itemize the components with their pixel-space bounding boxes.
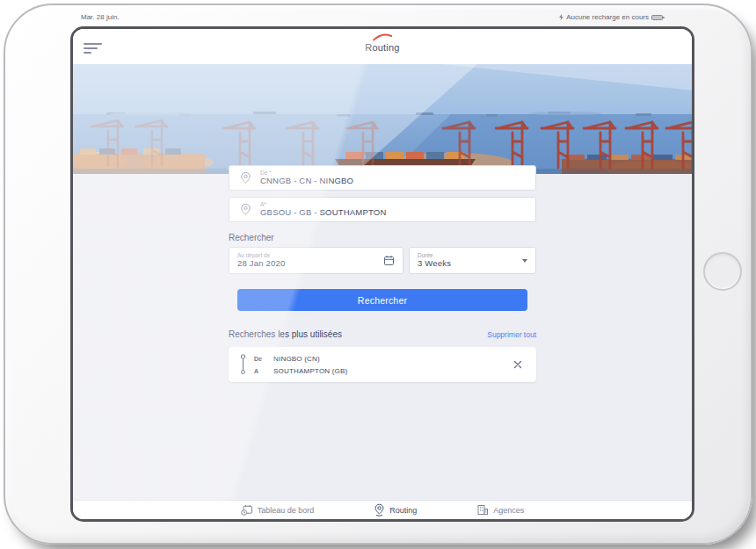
nav-label-routing: Routing	[389, 506, 417, 515]
recent-from-value: NINGBO (CN)	[273, 355, 320, 363]
nav-item-agencies[interactable]: Agences	[476, 504, 524, 516]
location-pin-icon	[240, 171, 251, 184]
building-icon	[476, 504, 489, 516]
recent-to-value: SOUTHAMPTON (GB)	[273, 367, 347, 375]
charging-bolt-icon	[559, 14, 563, 20]
battery-icon	[651, 15, 663, 20]
route-line-icon	[239, 353, 247, 376]
departure-date-field[interactable]: Au départ de 28 Jan 2020	[229, 247, 403, 274]
location-pin-icon	[240, 203, 251, 216]
dashboard-calendar-icon	[241, 504, 253, 516]
page-title: Routing	[73, 42, 692, 53]
status-bar-battery-area: Aucune recharge en cours	[559, 13, 663, 21]
status-battery-text: Aucune recharge en cours	[566, 13, 649, 21]
departure-date-value: 28 Jan 2020	[237, 259, 286, 269]
recent-to-label: A	[254, 368, 273, 374]
recent-search-item[interactable]: De NINGBO (CN) A SOUTHAMPTON (GB)	[229, 347, 536, 382]
bottom-navigation: Tableau de bord Routing	[73, 500, 692, 519]
red-swoosh-logo	[371, 33, 394, 41]
origin-field[interactable]: De * CNNGB - CN - NINGBO	[229, 165, 536, 191]
nav-label-dashboard: Tableau de bord	[258, 506, 315, 515]
destination-field[interactable]: A* GBSOU - GB - SOUTHAMPTON	[229, 197, 536, 222]
nav-item-routing[interactable]: Routing	[374, 503, 417, 517]
page-background: Mar. 28 juin. Aucune recharge en cours R…	[0, 0, 756, 549]
map-pin-icon	[374, 503, 385, 517]
recent-from-label: De	[254, 356, 273, 362]
duration-select[interactable]: Durée 3 Weeks	[409, 247, 536, 274]
nav-label-agencies: Agences	[493, 506, 524, 515]
duration-value: 3 Weeks	[418, 259, 451, 269]
search-button[interactable]: Rechercher	[237, 289, 527, 311]
close-icon[interactable]	[510, 357, 526, 372]
clear-all-link[interactable]: Supprimer tout	[487, 330, 536, 339]
tablet-screen: Routing	[70, 26, 694, 522]
recent-searches-title: Recherches les plus utilisées	[229, 329, 342, 339]
hero-port-image	[73, 64, 692, 174]
destination-value: GBSOU - GB - SOUTHAMPTON	[260, 208, 386, 218]
nav-item-dashboard[interactable]: Tableau de bord	[241, 504, 315, 516]
calendar-icon[interactable]	[383, 255, 395, 266]
chevron-down-icon	[522, 259, 527, 263]
app-header: Routing	[73, 29, 692, 64]
origin-value: CNNGB - CN - NINGBO	[260, 177, 353, 186]
home-button[interactable]	[703, 252, 742, 291]
main-content: De * CNNGB - CN - NINGBO A* GBSOU - GB -…	[73, 174, 692, 500]
tablet-device: Mar. 28 juin. Aucune recharge en cours R…	[4, 4, 752, 545]
status-bar-datetime: Mar. 28 juin.	[81, 13, 120, 21]
search-section-label: Rechercher	[229, 233, 536, 242]
